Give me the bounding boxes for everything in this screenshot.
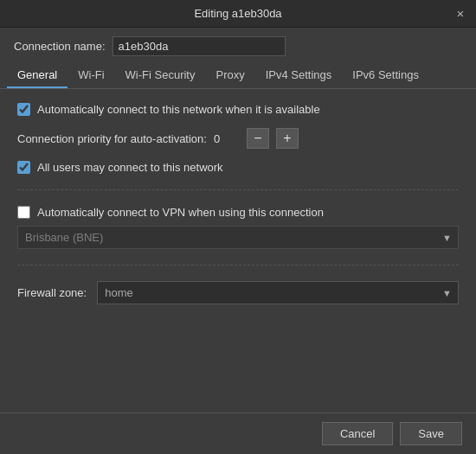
- cancel-button[interactable]: Cancel: [322, 422, 393, 445]
- all-users-label: All users may connect to this network: [37, 161, 223, 174]
- footer: Cancel Save: [0, 412, 476, 454]
- vpn-section: Automatically connect to VPN when using …: [17, 206, 459, 249]
- vpn-select[interactable]: Brisbane (BNE): [17, 226, 459, 249]
- window-title: Editing a1eb30da: [24, 7, 452, 20]
- tab-wifi[interactable]: Wi-Fi: [68, 63, 114, 88]
- tab-ipv4[interactable]: IPv4 Settings: [255, 63, 343, 88]
- connection-name-input[interactable]: [113, 36, 286, 56]
- firewall-select[interactable]: home public work internal external dmz b…: [97, 281, 459, 304]
- auto-connect-row: Automatically connect to this network wh…: [17, 103, 459, 116]
- priority-value: 0: [214, 132, 240, 145]
- all-users-row: All users may connect to this network: [17, 161, 459, 174]
- auto-connect-label: Automatically connect to this network wh…: [37, 103, 320, 116]
- vpn-auto-connect-label: Automatically connect to VPN when using …: [37, 206, 324, 219]
- tab-wifi-security[interactable]: Wi-Fi Security: [115, 63, 206, 88]
- firewall-zone-label: Firewall zone:: [17, 286, 87, 299]
- connection-name-label: Connection name:: [14, 40, 106, 53]
- priority-label: Connection priority for auto-activation:: [17, 132, 207, 145]
- priority-increment-button[interactable]: +: [276, 128, 299, 149]
- titlebar: Editing a1eb30da ×: [0, 0, 476, 28]
- auto-connect-checkbox[interactable]: [17, 103, 30, 116]
- vpn-dropdown-wrap: Brisbane (BNE) ▼: [17, 226, 459, 249]
- firewall-zone-row: Firewall zone: home public work internal…: [17, 281, 459, 304]
- tab-ipv6[interactable]: IPv6 Settings: [342, 63, 429, 88]
- close-button[interactable]: ×: [452, 5, 469, 22]
- priority-row: Connection priority for auto-activation:…: [17, 128, 459, 149]
- tab-proxy[interactable]: Proxy: [205, 63, 254, 88]
- connection-name-row: Connection name:: [0, 28, 476, 63]
- tab-general[interactable]: General: [7, 63, 68, 88]
- tab-bar: General Wi-Fi Wi-Fi Security Proxy IPv4 …: [0, 63, 476, 89]
- priority-decrement-button[interactable]: −: [247, 128, 269, 149]
- vpn-auto-connect-row: Automatically connect to VPN when using …: [17, 206, 459, 219]
- all-users-checkbox[interactable]: [17, 161, 30, 174]
- firewall-dropdown-wrap: home public work internal external dmz b…: [97, 281, 459, 304]
- separator: [17, 189, 459, 190]
- vpn-auto-connect-checkbox[interactable]: [17, 206, 30, 219]
- separator2: [17, 265, 459, 265]
- content-spacer: [17, 317, 459, 399]
- save-button[interactable]: Save: [400, 422, 462, 445]
- content-area: Automatically connect to this network wh…: [0, 89, 476, 412]
